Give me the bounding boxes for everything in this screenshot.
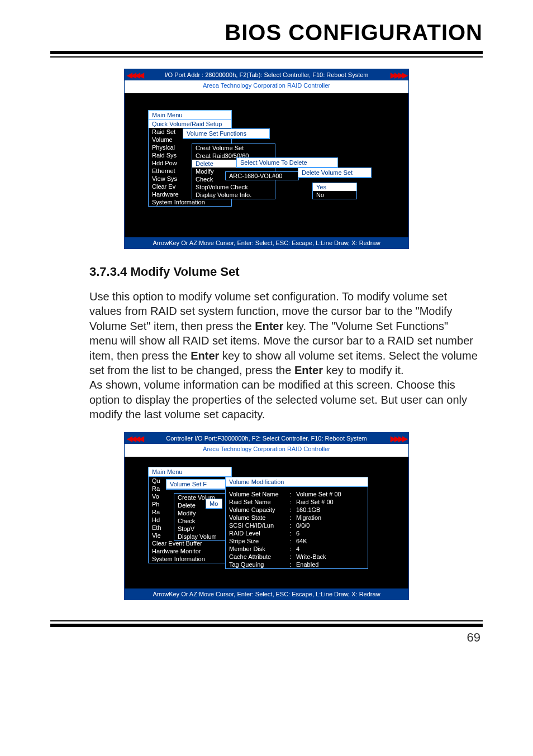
confirm-no[interactable]: No <box>313 191 356 199</box>
section-heading: 3.7.3.4 Modify Volume Set <box>89 265 483 279</box>
arrow-right-icon: ▶▶▶▶ <box>391 434 406 443</box>
kv-row: Cache Attribute:Write-Back <box>226 553 368 561</box>
volume-modification-title: Volume Modification <box>226 477 368 487</box>
kv-key: Volume State <box>229 514 289 521</box>
kv-key: Volume Capacity <box>229 506 289 513</box>
enter-key: Enter <box>191 350 219 362</box>
vsf-title: Volume Set F <box>166 480 227 489</box>
volume-item-window: ARC-1680-VOL#00 <box>225 171 299 180</box>
kv-value: 6 <box>296 530 299 537</box>
select-volume-window: Select Volume To Delete <box>236 157 338 168</box>
bios-screenshot-modify: ◀◀◀◀ Controller I/O Port:F3000000h, F2: … <box>124 432 409 600</box>
kv-row: RAID Level:6 <box>226 529 368 537</box>
menu-item[interactable]: System Information <box>149 555 231 563</box>
mo-window: Mo <box>206 499 222 509</box>
kv-value: 4 <box>296 546 299 552</box>
topbar-text: Controller I/O Port:F3000000h, F2: Selec… <box>166 435 367 442</box>
vsf-title: Volume Set Functions <box>183 129 269 138</box>
confirm-yes[interactable]: Yes <box>313 183 356 191</box>
menu-item[interactable]: Quick Volume/Raid Setup <box>149 120 231 128</box>
screenshot-subtitle: Areca Technology Corporation RAID Contro… <box>125 444 408 457</box>
kv-row: Raid Set Name:Raid Set # 00 <box>226 498 368 506</box>
kv-key: Cache Attribute <box>229 553 289 560</box>
kv-value: Enabled <box>296 561 318 568</box>
main-menu-title: Main Menu <box>149 111 231 120</box>
main-menu-title: Main Menu <box>149 467 231 477</box>
select-volume-title: Select Volume To Delete <box>237 158 337 168</box>
menu-item[interactable]: Display Volume Info. <box>192 191 275 199</box>
text: key to modify it. <box>323 364 404 376</box>
delete-volume-window: Delete Volume Set <box>298 168 372 178</box>
kv-row: Stripe Size:64K <box>226 537 368 545</box>
kv-key: Tag Queuing <box>229 561 289 568</box>
kv-value: Write-Back <box>296 553 326 560</box>
mo-title: Mo <box>206 499 222 509</box>
arrow-left-icon: ◀◀◀◀ <box>127 434 142 443</box>
menu-item[interactable]: Modify <box>174 509 232 517</box>
page-number: 69 <box>50 627 483 645</box>
volume-set-functions-window: Volume Set Functions <box>183 128 270 139</box>
kv-key: Volume Set Name <box>229 491 289 497</box>
menu-item[interactable]: StopV <box>174 525 232 533</box>
kv-key: SCSI CH/ID/Lun <box>229 522 289 529</box>
kv-value: Migration <box>296 514 321 521</box>
vsf-list-window: Create Volum Delete Modify Check StopV D… <box>174 493 233 541</box>
screenshot-topbar: ◀◀◀◀ Controller I/O Port:F3000000h, F2: … <box>125 433 408 444</box>
footer-rule-thin <box>50 620 483 621</box>
body-paragraph-1: Use this option to modify volume set con… <box>89 289 478 377</box>
volume-set-functions-window: Volume Set F <box>166 479 227 490</box>
delete-volume-title: Delete Volume Set <box>298 168 371 178</box>
rule-thin <box>50 56 483 58</box>
topbar-text: I/O Port Addr : 28000000h, F2(Tab): Sele… <box>164 71 368 78</box>
kv-row: Volume State:Migration <box>226 514 368 521</box>
menu-item[interactable]: System Information <box>149 198 231 206</box>
confirm-window: Yes No <box>312 183 357 199</box>
screenshot-topbar: ◀◀◀◀ I/O Port Addr : 28000000h, F2(Tab):… <box>125 69 408 80</box>
kv-row: Member Disk:4 <box>226 545 368 553</box>
kv-value: 64K <box>296 538 307 544</box>
menu-item[interactable]: Create Volum <box>174 494 232 501</box>
enter-key: Enter <box>294 364 323 376</box>
arrow-right-icon: ▶▶▶▶ <box>391 71 406 79</box>
kv-value: 160.1GB <box>296 506 320 513</box>
menu-item[interactable]: Check <box>174 517 232 525</box>
page-title: BIOS CONFIGURATION <box>50 17 483 50</box>
menu-item[interactable]: Display Volum <box>174 533 232 540</box>
screenshot-footer: ArrowKey Or AZ:Move Cursor, Enter: Selec… <box>125 588 408 600</box>
menu-item[interactable]: Hardware Monitor <box>149 547 231 555</box>
screenshot-subtitle: Areca Technology Corporation RAID Contro… <box>125 80 408 93</box>
body-paragraph-2: As shown, volume information can be modi… <box>89 377 478 422</box>
kv-row: Volume Set Name:Volume Set # 00 <box>226 490 368 498</box>
menu-item[interactable]: Delete <box>174 501 232 509</box>
kv-value: 0/0/0 <box>296 522 310 529</box>
menu-item[interactable]: StopVolume Check <box>192 183 275 191</box>
kv-row: SCSI CH/ID/Lun:0/0/0 <box>226 521 368 529</box>
menu-item[interactable]: Creat Volume Set <box>192 144 275 152</box>
enter-key: Enter <box>255 320 283 332</box>
kv-value: Raid Set # 00 <box>296 499 334 505</box>
volume-modification-window: Volume Modification Volume Set Name:Volu… <box>225 477 368 569</box>
bios-screenshot-delete: ◀◀◀◀ I/O Port Addr : 28000000h, F2(Tab):… <box>124 69 409 249</box>
kv-key: Raid Set Name <box>229 499 289 505</box>
rule-thick <box>50 51 483 54</box>
volume-item[interactable]: ARC-1680-VOL#00 <box>226 172 298 180</box>
kv-value: Volume Set # 00 <box>296 491 341 497</box>
arrow-left-icon: ◀◀◀◀ <box>127 71 142 79</box>
kv-key: RAID Level <box>229 530 289 537</box>
kv-key: Stripe Size <box>229 538 289 544</box>
kv-row: Tag Queuing:Enabled <box>226 561 368 568</box>
screenshot-footer: ArrowKey Or AZ:Move Cursor, Enter: Selec… <box>125 237 408 248</box>
kv-row: Volume Capacity:160.1GB <box>226 506 368 514</box>
kv-key: Member Disk <box>229 546 289 552</box>
